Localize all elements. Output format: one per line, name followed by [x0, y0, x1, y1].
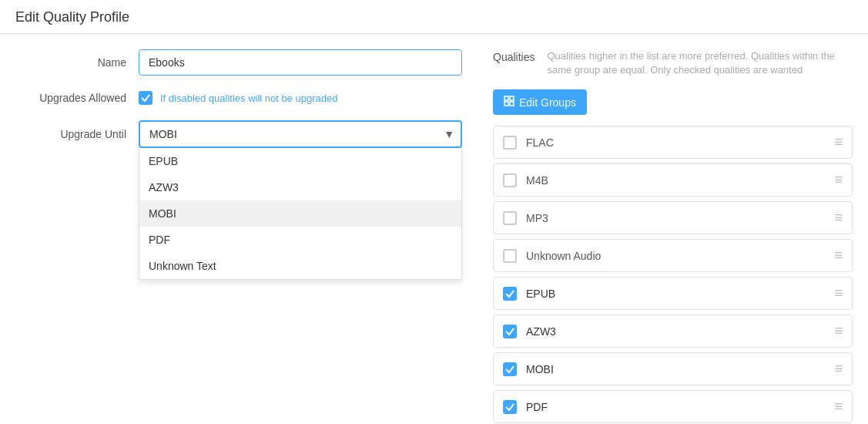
quality-item: M4B≡ [493, 163, 853, 197]
quality-name: FLAC [526, 136, 834, 149]
drag-handle-icon[interactable]: ≡ [834, 399, 843, 415]
quality-name: MP3 [526, 212, 834, 224]
svg-rect-0 [504, 96, 508, 100]
edit-groups-button[interactable]: Edit Groups [493, 89, 587, 115]
quality-item: MOBI≡ [493, 352, 853, 385]
quality-checkbox[interactable] [503, 287, 517, 301]
drag-handle-icon[interactable]: ≡ [834, 210, 843, 226]
svg-rect-1 [510, 96, 514, 100]
qualities-hint: Qualities higher in the list are more pr… [547, 49, 853, 77]
drag-handle-icon[interactable]: ≡ [834, 247, 843, 264]
quality-checkbox[interactable] [503, 173, 517, 187]
name-row: Name Ebooks [15, 49, 462, 76]
upgrade-until-row: Upgrade Until MOBI ▼ EPUB AZW3 MOBI PDF … [15, 120, 462, 148]
dropdown-item-azw3[interactable]: AZW3 [139, 174, 461, 200]
drag-handle-icon[interactable]: ≡ [834, 361, 843, 377]
upgrades-row: Upgrades Allowed If disabled qualities w… [15, 91, 462, 105]
quality-item: Unknown Audio≡ [493, 239, 853, 272]
dropdown-item-pdf[interactable]: PDF [139, 227, 461, 253]
drag-handle-icon[interactable]: ≡ [834, 285, 843, 301]
upgrade-until-select[interactable]: MOBI [139, 120, 462, 148]
name-control: Ebooks [139, 49, 462, 76]
quality-checkbox[interactable] [503, 249, 517, 263]
dropdown-item-unknown-text[interactable]: Unknown Text [139, 253, 461, 279]
quality-item: AZW3≡ [493, 315, 853, 348]
drag-handle-icon[interactable]: ≡ [834, 323, 843, 339]
quality-checkbox[interactable] [503, 136, 517, 150]
left-panel: Name Ebooks Upgrades Allowed If disabled… [15, 49, 462, 424]
quality-item: EPUB≡ [493, 277, 853, 310]
edit-groups-label: Edit Groups [519, 96, 576, 109]
dropdown-item-epub[interactable]: EPUB [139, 148, 461, 174]
quality-name: AZW3 [526, 325, 834, 338]
upgrades-control: If disabled qualities will not be upgrad… [139, 91, 462, 105]
svg-rect-3 [510, 102, 514, 106]
quality-item: MP3≡ [493, 201, 853, 234]
quality-name: MOBI [526, 363, 834, 375]
upgrades-hint: If disabled qualities will not be upgrad… [160, 93, 338, 104]
qualities-list: FLAC≡M4B≡MP3≡Unknown Audio≡EPUB≡AZW3≡MOB… [493, 126, 853, 424]
drag-handle-icon[interactable]: ≡ [834, 134, 843, 150]
quality-checkbox[interactable] [503, 325, 517, 338]
upgrade-until-control: MOBI ▼ EPUB AZW3 MOBI PDF Unknown Text [139, 120, 462, 148]
quality-item: PDF≡ [493, 390, 853, 423]
upgrade-until-select-wrapper: MOBI ▼ EPUB AZW3 MOBI PDF Unknown Text [139, 120, 462, 148]
quality-checkbox[interactable] [503, 400, 517, 414]
svg-rect-2 [504, 102, 508, 106]
upgrades-checkbox[interactable] [139, 91, 152, 105]
page-title: Edit Quality Profile [15, 9, 853, 25]
upgrades-label: Upgrades Allowed [15, 92, 139, 104]
qualities-header: Qualities Qualities higher in the list a… [493, 49, 853, 77]
quality-item: FLAC≡ [493, 126, 853, 159]
quality-name: Unknown Audio [526, 250, 834, 262]
dropdown-menu: EPUB AZW3 MOBI PDF Unknown Text [139, 148, 462, 280]
quality-name: EPUB [526, 288, 834, 300]
upgrade-until-label: Upgrade Until [15, 128, 139, 140]
right-panel: Qualities Qualities higher in the list a… [493, 49, 853, 424]
quality-checkbox[interactable] [503, 211, 517, 225]
quality-name: M4B [526, 174, 834, 187]
quality-name: PDF [526, 401, 834, 413]
dropdown-item-mobi[interactable]: MOBI [139, 200, 461, 227]
name-label: Name [15, 56, 139, 69]
qualities-label: Qualities [493, 49, 535, 63]
name-input[interactable]: Ebooks [139, 49, 462, 76]
quality-checkbox[interactable] [503, 362, 517, 376]
edit-groups-icon [504, 96, 514, 109]
drag-handle-icon[interactable]: ≡ [834, 172, 843, 188]
